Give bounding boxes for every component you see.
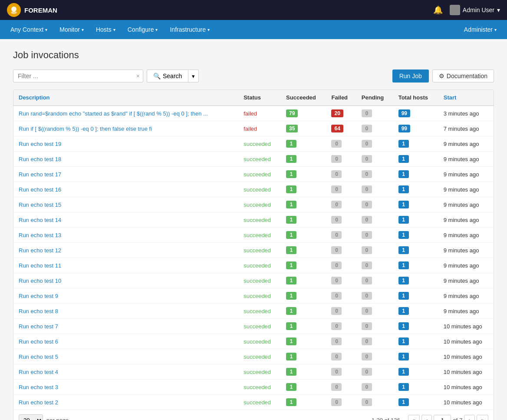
documentation-button[interactable]: ⚙ Documentation (432, 69, 494, 83)
description-link[interactable]: Run echo test 18 (19, 156, 61, 162)
row-start: 3 minutes ago (438, 106, 494, 121)
description-link[interactable]: Run echo test 12 (19, 247, 61, 254)
description-link[interactable]: Run echo test 17 (19, 171, 61, 178)
failed-badge: 0 (331, 322, 342, 330)
row-pending: 0 (356, 228, 393, 243)
per-page-label: per page (46, 417, 69, 420)
description-link[interactable]: Run echo test 19 (19, 141, 61, 147)
row-pending: 0 (356, 288, 393, 304)
filter-clear-button[interactable]: × (136, 73, 140, 79)
row-description: Run echo test 17 (13, 167, 238, 182)
pending-badge: 0 (362, 277, 372, 284)
description-link[interactable]: Run echo test 8 (19, 308, 58, 314)
status-badge: succeeded (244, 186, 271, 193)
description-link[interactable]: Run echo test 16 (19, 186, 61, 193)
description-link[interactable]: Run echo test 15 (19, 202, 61, 208)
filter-input[interactable] (13, 69, 143, 83)
run-job-button[interactable]: Run Job (392, 69, 429, 83)
description-link[interactable]: Run echo test 6 (19, 338, 58, 345)
pagination-prev-button[interactable]: ‹ (421, 415, 432, 420)
nav-item-infrastructure[interactable]: Infrastructure ▾ (164, 20, 215, 39)
row-pending: 0 (356, 152, 393, 167)
total-hosts-badge: 1 (398, 398, 409, 406)
nav-item-administer[interactable]: Administer ▾ (458, 20, 503, 39)
description-link[interactable]: Run echo test 7 (19, 323, 58, 330)
table-row: Run echo test 5 succeeded 1 0 0 1 10 min… (13, 349, 494, 364)
nav-item-any-context[interactable]: Any Context ▾ (4, 20, 53, 39)
row-description: Run echo test 11 (13, 258, 238, 273)
nav-item-monitor[interactable]: Monitor ▾ (53, 20, 90, 39)
failed-badge: 0 (331, 398, 342, 406)
nav-item-hosts[interactable]: Hosts ▾ (90, 20, 122, 39)
pending-badge: 0 (362, 201, 372, 208)
description-link[interactable]: Run echo test 5 (19, 354, 58, 360)
search-dropdown-button[interactable]: ▾ (188, 69, 199, 83)
description-link[interactable]: Run if [ $((random % 5)) -eq 0 ]; then f… (19, 126, 152, 132)
pagination-last-button[interactable]: » (477, 415, 488, 420)
nav-item-configure[interactable]: Configure ▾ (122, 20, 164, 39)
total-hosts-badge: 1 (398, 337, 409, 345)
row-total-hosts: 1 (393, 304, 438, 319)
status-badge: succeeded (244, 369, 271, 375)
status-badge: succeeded (244, 384, 271, 390)
row-failed: 0 (326, 288, 356, 304)
row-failed: 0 (326, 212, 356, 228)
row-pending: 0 (356, 273, 393, 288)
search-button[interactable]: 🔍 Search (147, 69, 188, 83)
row-failed: 0 (326, 243, 356, 258)
row-total-hosts: 1 (393, 197, 438, 212)
per-page-select[interactable]: 20 50 100 (19, 414, 43, 420)
total-hosts-badge: 1 (398, 155, 409, 163)
col-start[interactable]: Start (438, 90, 494, 106)
total-hosts-badge: 1 (398, 322, 409, 330)
description-link[interactable]: Run echo test 13 (19, 232, 61, 238)
status-badge: succeeded (244, 338, 271, 345)
row-start: 10 minutes ago (438, 380, 494, 395)
status-badge: succeeded (244, 354, 271, 360)
description-link[interactable]: Run echo test 10 (19, 278, 61, 284)
row-start: 10 minutes ago (438, 364, 494, 380)
row-description: Run echo test 4 (13, 364, 238, 380)
status-badge: failed (244, 126, 257, 132)
status-badge: succeeded (244, 156, 271, 162)
table-row: Run echo test 8 succeeded 1 0 0 1 9 minu… (13, 304, 494, 319)
row-status: failed (238, 106, 281, 121)
row-pending: 0 (356, 136, 393, 152)
row-failed: 0 (326, 197, 356, 212)
succeeded-badge: 1 (286, 231, 296, 239)
succeeded-badge: 1 (286, 353, 296, 360)
user-menu[interactable]: Admin User ▾ (450, 5, 500, 15)
description-link[interactable]: Run echo test 2 (19, 399, 58, 406)
table-row: Run echo test 15 succeeded 1 0 0 1 9 min… (13, 197, 494, 212)
row-total-hosts: 1 (393, 349, 438, 364)
pagination-first-button[interactable]: « (408, 415, 420, 420)
pagination-next-button[interactable]: › (464, 415, 474, 420)
description-link[interactable]: Run echo test 9 (19, 293, 58, 299)
svg-point-0 (11, 7, 16, 12)
succeeded-badge: 1 (286, 398, 296, 406)
succeeded-badge: 1 (286, 155, 296, 163)
description-link[interactable]: Run echo test 3 (19, 384, 58, 390)
user-caret-icon: ▾ (497, 7, 500, 13)
notification-bell-icon[interactable]: 🔔 (433, 5, 443, 15)
row-total-hosts: 1 (393, 380, 438, 395)
row-start: 9 minutes ago (438, 243, 494, 258)
row-failed: 0 (326, 136, 356, 152)
row-total-hosts: 1 (393, 395, 438, 410)
description-link[interactable]: Run rand=$random echo "started as $rand"… (19, 110, 208, 117)
description-link[interactable]: Run echo test 11 (19, 262, 61, 269)
total-hosts-badge: 99 (398, 125, 410, 132)
row-description: Run rand=$random echo "started as $rand"… (13, 106, 238, 121)
description-link[interactable]: Run echo test 14 (19, 217, 61, 223)
failed-badge: 0 (331, 201, 342, 208)
search-icon: 🔍 (153, 73, 161, 79)
app-logo[interactable]: FOREMAN (7, 3, 57, 17)
failed-badge: 0 (331, 140, 342, 148)
status-badge: succeeded (244, 202, 271, 208)
row-status: succeeded (238, 152, 281, 167)
description-link[interactable]: Run echo test 4 (19, 369, 58, 375)
row-failed: 0 (326, 364, 356, 380)
row-failed: 0 (326, 228, 356, 243)
pagination-page-input[interactable] (434, 415, 451, 420)
col-description[interactable]: Description (13, 90, 238, 106)
